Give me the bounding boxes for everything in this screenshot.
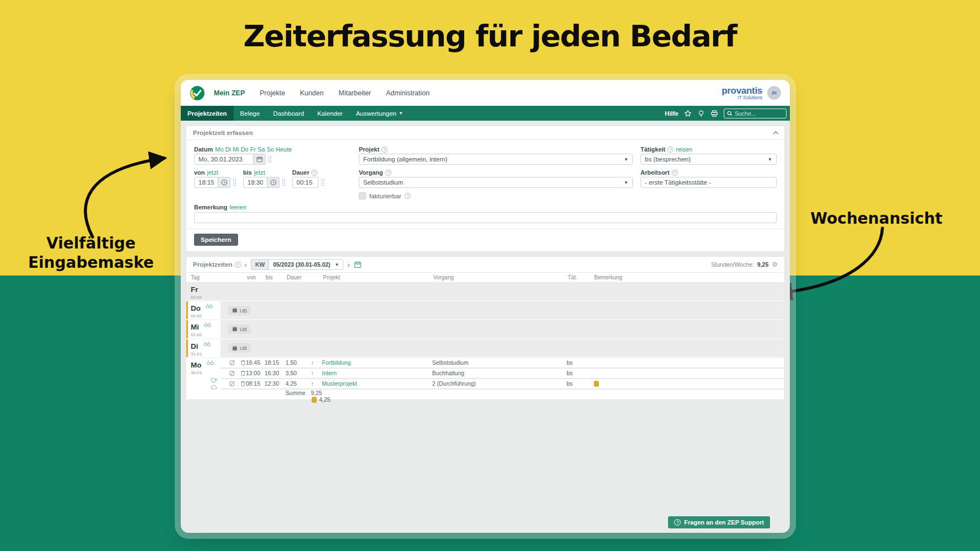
tab-dashboard[interactable]: Dashboard bbox=[266, 106, 310, 121]
bis-clock-button[interactable] bbox=[267, 177, 279, 188]
arbeitsort-input[interactable] bbox=[640, 177, 777, 188]
drag-handle-icon[interactable] bbox=[282, 179, 286, 186]
help-circle-icon[interactable]: ? bbox=[381, 147, 387, 153]
von-jetzt-link[interactable]: jetzt bbox=[207, 169, 218, 176]
lightbulb-icon[interactable] bbox=[697, 110, 705, 117]
time-entry-row[interactable]: 16:45 18:15 1,50 ↑ Fortbildung Selbststu… bbox=[220, 358, 784, 369]
binoculars-icon[interactable] bbox=[206, 303, 213, 309]
binoculars-icon[interactable] bbox=[207, 360, 214, 366]
summe-total: 9,25 bbox=[311, 390, 322, 396]
prev-week-button[interactable]: ‹ bbox=[241, 261, 251, 269]
top-nav-projekte[interactable]: Projekte bbox=[260, 89, 285, 97]
help-circle-icon[interactable]: ? bbox=[667, 147, 674, 153]
top-nav-administration[interactable]: Administration bbox=[386, 89, 429, 97]
projekt-label: Projekt bbox=[359, 146, 379, 153]
taetigkeit-select[interactable]: bs (besprechen) ▼ bbox=[640, 154, 777, 165]
chevron-down-icon: ▼ bbox=[399, 111, 403, 116]
edit-icon[interactable] bbox=[229, 359, 235, 366]
taetigkeit-label: Tätigkeit bbox=[640, 146, 665, 153]
drag-handle-icon[interactable] bbox=[233, 179, 236, 186]
top-nav-kunden[interactable]: Kunden bbox=[300, 89, 324, 97]
table-row-mi[interactable]: Mi 01.02. bbox=[186, 320, 784, 339]
von-input[interactable] bbox=[194, 177, 218, 188]
cloud-icon[interactable] bbox=[211, 385, 217, 390]
zep-support-button[interactable]: ? Fragen an den ZEP Support bbox=[668, 516, 770, 528]
dauer-input[interactable] bbox=[292, 177, 319, 188]
bemerkung-leeren-link[interactable]: leeren bbox=[230, 204, 247, 210]
next-week-button[interactable]: › bbox=[343, 261, 353, 269]
table-row-fr[interactable]: Fr 03.02. bbox=[186, 283, 784, 301]
zep-logo-icon[interactable] bbox=[190, 85, 205, 101]
help-link[interactable]: Hilfe bbox=[665, 110, 679, 117]
projekt-select[interactable]: Fortbildung (allgemein, intern) ▼ bbox=[359, 154, 633, 165]
tab-auswertungen[interactable]: Auswertungen▼ bbox=[349, 106, 410, 121]
taetigkeit-reisen-link[interactable]: reisen bbox=[676, 146, 692, 153]
entry-project-link[interactable]: Fortbildung bbox=[322, 359, 432, 366]
top-nav-mitarbeiter[interactable]: Mitarbeiter bbox=[338, 89, 371, 97]
save-button[interactable]: Speichern bbox=[194, 234, 238, 246]
help-circle-icon[interactable]: ? bbox=[235, 262, 241, 268]
vorgang-select[interactable]: Selbststudium ▼ bbox=[359, 177, 633, 188]
printer-icon[interactable] bbox=[710, 110, 718, 117]
time-entry-row[interactable]: 13:00 16:30 3,50 ↑ Intern Buchhaltung bs bbox=[220, 369, 784, 379]
absence-badge[interactable]: UB bbox=[228, 343, 251, 353]
datum-input[interactable] bbox=[194, 154, 254, 165]
star-icon[interactable] bbox=[684, 110, 692, 117]
drag-handle-icon[interactable] bbox=[268, 155, 272, 163]
bis-jetzt-link[interactable]: jetzt bbox=[254, 169, 265, 176]
provantis-logo: provantis IT Solutions bbox=[721, 86, 762, 100]
von-clock-button[interactable] bbox=[218, 177, 230, 188]
help-circle-icon[interactable]: ? bbox=[405, 193, 411, 199]
week-select[interactable]: 05/2023 (30.01-05.02) ▼ bbox=[268, 259, 343, 270]
top-nav-mein-zep[interactable]: Mein ZEP bbox=[214, 89, 245, 97]
sort-up-icon[interactable]: ↑ bbox=[311, 370, 322, 376]
table-row-mo: Mo 30.01. bbox=[186, 358, 784, 399]
trash-icon[interactable] bbox=[240, 380, 246, 387]
billable-coins-icon bbox=[593, 380, 600, 387]
hours-week-value: 9,25 bbox=[757, 261, 768, 268]
sort-up-icon[interactable]: ↑ bbox=[311, 380, 322, 387]
help-circle-icon[interactable]: ? bbox=[311, 170, 317, 176]
bis-input[interactable] bbox=[243, 177, 267, 188]
binoculars-icon[interactable] bbox=[204, 322, 211, 328]
search-input[interactable] bbox=[735, 110, 779, 117]
datum-quick-links[interactable]: Mo Di Mi Do Fr Sa So Heute bbox=[215, 146, 292, 153]
entry-project-link[interactable]: Musterprojekt bbox=[322, 380, 432, 387]
main-nav: Projektzeiten Belege Dashboard Kalender … bbox=[181, 106, 790, 121]
calendar-icon bbox=[232, 326, 238, 332]
edit-icon[interactable] bbox=[229, 380, 235, 387]
summe-row: Summe 9,25 4,25 bbox=[220, 390, 784, 399]
fakturierbar-checkbox[interactable] bbox=[359, 192, 366, 199]
annotation-line1: Vielfältige bbox=[17, 234, 165, 253]
absence-badge[interactable]: UB bbox=[228, 306, 251, 315]
tab-kalender[interactable]: Kalender bbox=[311, 106, 349, 121]
tab-projektzeiten[interactable]: Projektzeiten bbox=[181, 106, 234, 121]
binoculars-icon[interactable] bbox=[203, 341, 211, 347]
gear-icon[interactable]: ⚙ bbox=[772, 261, 778, 268]
bemerkung-input[interactable] bbox=[194, 212, 777, 223]
trash-icon[interactable] bbox=[240, 370, 246, 376]
annotation-eingabemaske: Vielfältige Eingabemaske bbox=[17, 234, 165, 272]
table-row-do[interactable]: Do 02.02. bbox=[186, 301, 784, 320]
trash-icon[interactable] bbox=[240, 359, 246, 366]
edit-icon[interactable] bbox=[229, 370, 235, 376]
absence-stripe bbox=[186, 301, 188, 319]
calendar-picker-button[interactable] bbox=[254, 154, 266, 165]
drag-handle-icon[interactable] bbox=[321, 179, 325, 186]
collapse-chevron-icon[interactable] bbox=[773, 131, 779, 137]
page-title: Zeiterfassung für jeden Bedarf bbox=[0, 19, 980, 53]
tab-belege[interactable]: Belege bbox=[234, 106, 267, 121]
coffee-cup-icon[interactable] bbox=[211, 377, 217, 383]
search-box[interactable] bbox=[724, 109, 787, 118]
week-calendar-icon[interactable] bbox=[354, 261, 362, 268]
help-circle-icon[interactable]: ? bbox=[385, 170, 391, 176]
user-avatar[interactable]: PI bbox=[767, 86, 781, 100]
help-circle-icon[interactable]: ? bbox=[672, 170, 678, 176]
absence-badge[interactable]: UB bbox=[228, 325, 251, 334]
kw-label: KW bbox=[251, 259, 269, 270]
entry-project-link[interactable]: Intern bbox=[322, 370, 432, 376]
content-area: Projektzeit erfassen Datum Mo Di Mi Do F… bbox=[181, 121, 790, 533]
time-entry-row[interactable]: 08:15 12:30 4,25 ↑ Musterprojekt 2 (Durc… bbox=[220, 379, 784, 390]
sort-up-icon[interactable]: ↑ bbox=[311, 359, 322, 366]
table-row-di[interactable]: Di 31.01. bbox=[186, 339, 784, 358]
